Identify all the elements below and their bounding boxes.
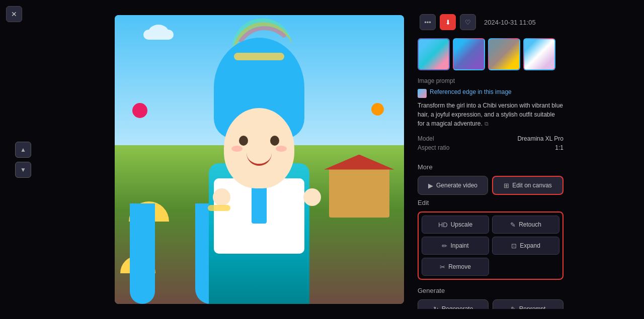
generate-actions-row: ↻ Regenerate ✎ Reprompt	[418, 299, 564, 309]
right-panel: ••• ⬇ ♡ 2024-10-31 11:05	[418, 10, 564, 309]
more-section: More ▶ Generate video ⊞ Edit on canvas	[418, 163, 564, 199]
prompt-ref-row: Referenced edge in this image	[418, 88, 564, 98]
char-head	[224, 108, 294, 188]
reprompt-label: Reprompt	[519, 305, 546, 309]
close-button[interactable]: ✕	[6, 6, 22, 22]
hd-icon: HD	[438, 221, 448, 229]
generate-section: Generate ↻ Regenerate ✎ Reprompt	[418, 287, 564, 309]
thumbnail-1[interactable]	[418, 38, 450, 70]
regenerate-label: Regenerate	[442, 305, 473, 309]
prompt-area: Image prompt Referenced edge in this ima…	[418, 77, 564, 128]
download-button[interactable]: ⬇	[440, 14, 456, 30]
regenerate-icon: ↻	[433, 305, 439, 309]
edit-section-title: Edit	[418, 199, 564, 206]
char-shirt	[214, 178, 304, 254]
expand-label: Expand	[520, 242, 540, 249]
generate-section-title: Generate	[418, 287, 564, 294]
main-image	[115, 15, 404, 304]
thumbnail-strip	[418, 38, 564, 70]
video-icon: ▶	[428, 182, 433, 189]
more-options-button[interactable]: •••	[420, 14, 436, 30]
retouch-button[interactable]: ✎ Retouch	[492, 216, 559, 234]
image-scene	[115, 15, 404, 304]
retouch-icon: ✎	[510, 221, 516, 229]
modal-overlay: ✕ ▲ ▼	[0, 0, 644, 319]
edit-row-3: ✂ Remove	[422, 258, 559, 276]
char-cheek-right	[276, 146, 287, 152]
edit-row-1: HD Upscale ✎ Retouch	[422, 216, 559, 234]
ref-link[interactable]: Referenced edge in this image	[430, 88, 512, 95]
char-mouth	[247, 153, 272, 166]
thumbnail-4[interactable]	[523, 38, 555, 70]
expand-icon: ⊡	[511, 242, 517, 250]
retouch-label: Retouch	[519, 221, 541, 228]
remove-button[interactable]: ✂ Remove	[422, 258, 489, 276]
inpaint-icon: ✏	[442, 242, 447, 250]
thumbnail-1-image	[419, 39, 449, 69]
close-icon: ✕	[11, 10, 17, 18]
prompt-text: Transform the girl into a Chibi version …	[418, 101, 564, 128]
edit-empty-slot	[492, 258, 559, 276]
up-arrow-icon: ▲	[20, 146, 26, 153]
next-button[interactable]: ▼	[15, 162, 31, 178]
edit-on-canvas-label: Edit on canvas	[512, 182, 552, 189]
edit-section: Edit HD Upscale ✎ Retouch ✏ Inpaint	[418, 199, 564, 285]
reprompt-icon: ✎	[511, 305, 516, 309]
aspect-row: Aspect ratio 1:1	[418, 144, 564, 151]
char-eye-right	[270, 136, 279, 146]
aspect-label: Aspect ratio	[418, 144, 449, 151]
main-image-container	[111, 10, 408, 309]
meta-section: Model Dreamina XL Pro Aspect ratio 1:1	[418, 135, 564, 153]
canvas-icon: ⊞	[504, 182, 509, 189]
cloud-decoration	[143, 30, 174, 40]
bookmark-icon: ♡	[465, 19, 471, 26]
thumbnail-4-image	[524, 39, 554, 69]
char-bracelet-left	[208, 205, 230, 211]
more-icon: •••	[424, 19, 431, 26]
flower-orange	[371, 103, 384, 116]
char-hand-right	[303, 188, 321, 206]
remove-label: Remove	[448, 263, 471, 270]
upscale-button[interactable]: HD Upscale	[422, 216, 489, 234]
char-cheek-left	[231, 146, 243, 152]
panel-toolbar: ••• ⬇ ♡ 2024-10-31 11:05	[418, 10, 564, 34]
char-tie	[252, 183, 267, 224]
copy-icon[interactable]: ⧉	[485, 121, 489, 127]
char-hand-left	[213, 188, 230, 206]
char-eye-left	[239, 136, 248, 146]
timestamp: 2024-10-31 11:05	[484, 19, 536, 26]
nav-arrows: ▲ ▼	[15, 142, 31, 178]
model-row: Model Dreamina XL Pro	[418, 135, 564, 142]
prompt-section-label: Image prompt	[418, 77, 564, 84]
download-icon: ⬇	[445, 19, 451, 26]
char-hair-right	[130, 203, 155, 304]
inpaint-button[interactable]: ✏ Inpaint	[422, 237, 489, 255]
expand-button[interactable]: ⊡ Expand	[492, 237, 559, 255]
prev-button[interactable]: ▲	[15, 142, 31, 158]
building-decoration	[329, 167, 389, 218]
flower-pink	[132, 103, 147, 118]
char-hair-braid	[234, 53, 284, 60]
upscale-label: Upscale	[451, 221, 472, 228]
down-arrow-icon: ▼	[20, 166, 26, 173]
model-value: Dreamina XL Pro	[517, 135, 564, 142]
thumbnail-2-image	[454, 39, 484, 69]
model-label: Model	[418, 135, 434, 142]
edit-row-2: ✏ Inpaint ⊡ Expand	[422, 237, 559, 255]
remove-icon: ✂	[440, 263, 445, 271]
generate-video-button[interactable]: ▶ Generate video	[418, 176, 488, 195]
thumbnail-3[interactable]	[488, 38, 520, 70]
bookmark-button[interactable]: ♡	[460, 14, 476, 30]
thumbnail-3-image	[489, 39, 519, 69]
edit-on-canvas-button[interactable]: ⊞ Edit on canvas	[492, 176, 564, 195]
thumbnail-2[interactable]	[453, 38, 485, 70]
more-actions-row: ▶ Generate video ⊞ Edit on canvas	[418, 176, 564, 195]
ref-icon	[418, 89, 427, 98]
more-section-title: More	[418, 163, 564, 171]
generate-video-label: Generate video	[436, 182, 477, 189]
edit-grid: HD Upscale ✎ Retouch ✏ Inpaint ⊡	[418, 211, 564, 280]
inpaint-label: Inpaint	[450, 242, 468, 249]
regenerate-button[interactable]: ↻ Regenerate	[418, 299, 489, 309]
aspect-value: 1:1	[555, 144, 564, 151]
reprompt-button[interactable]: ✎ Reprompt	[493, 299, 564, 309]
